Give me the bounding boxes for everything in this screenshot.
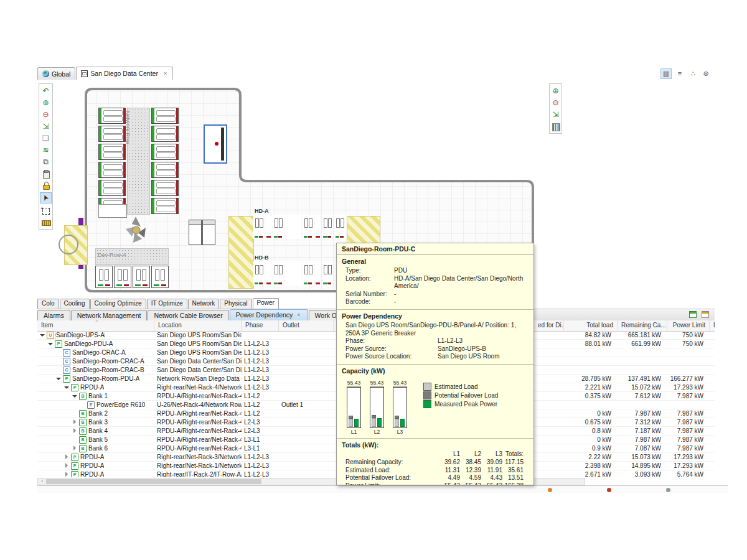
zoom-out-icon[interactable]: ⊖ xyxy=(40,110,51,119)
panel-tab-network-cable-browser[interactable]: Network Cable Browser xyxy=(148,310,228,320)
expander-closed-icon[interactable] xyxy=(72,428,78,434)
floor-rack[interactable] xyxy=(285,215,301,239)
floor-rack[interactable] xyxy=(315,215,321,239)
scrollbar-thumb[interactable] xyxy=(46,479,261,484)
close-icon[interactable]: × xyxy=(162,70,168,77)
scroll-left-icon[interactable]: ‹ xyxy=(39,478,45,485)
floor-rack[interactable] xyxy=(285,261,301,286)
export-view-icon[interactable] xyxy=(701,310,710,319)
pdu-cabinet[interactable] xyxy=(189,220,202,245)
expander-open-icon[interactable] xyxy=(48,341,54,347)
expander-closed-icon[interactable] xyxy=(72,419,78,425)
column-header-outlet[interactable]: Outlet xyxy=(279,320,334,331)
layers-icon[interactable]: ❏ xyxy=(40,133,51,143)
expander-open-icon[interactable] xyxy=(56,376,62,381)
panel-tab-power-dependency[interactable]: Power Dependency× xyxy=(230,309,308,320)
column-header-power-limit[interactable]: Power Limit xyxy=(667,320,710,331)
close-icon[interactable]: × xyxy=(296,311,301,319)
column-header-ed-for-di-[interactable]: ed for Di... xyxy=(534,320,564,331)
zoom-in-icon[interactable]: ⊕ xyxy=(550,86,561,96)
cell-re xyxy=(710,444,715,452)
expander-closed-icon[interactable] xyxy=(64,472,70,477)
floor-rack[interactable] xyxy=(151,108,179,124)
zoom-fit-icon[interactable]: ⇲ xyxy=(40,121,51,131)
floor-rack[interactable] xyxy=(114,266,131,288)
cell-outlet xyxy=(279,383,334,391)
floor-rack[interactable] xyxy=(98,162,126,178)
pdu-cabinet[interactable] xyxy=(202,220,215,245)
ruler-icon[interactable] xyxy=(40,217,51,227)
floor-rack[interactable] xyxy=(151,162,179,178)
floor-rack[interactable] xyxy=(322,215,333,239)
floor-rack[interactable] xyxy=(133,266,150,288)
statue-object[interactable] xyxy=(123,215,148,245)
column-header-location[interactable]: Location xyxy=(154,320,242,331)
tab-san-diego-data-center[interactable]: San Diego Data Center× xyxy=(76,67,173,80)
map-tab-colo[interactable]: Colo xyxy=(37,299,59,309)
paste-icon[interactable] xyxy=(40,169,51,179)
select-region-icon[interactable] xyxy=(40,205,51,215)
floor-rack[interactable] xyxy=(98,126,126,142)
map-tab-power[interactable]: Power xyxy=(253,298,279,309)
table-view-icon[interactable] xyxy=(688,310,697,319)
column-header-remaining-ca-[interactable]: Remaining Ca... xyxy=(618,320,667,331)
zoom-out-icon[interactable]: ⊖ xyxy=(550,98,561,108)
legend-icon[interactable] xyxy=(550,121,561,131)
zoom-fit-icon[interactable]: ⇲ xyxy=(550,110,561,119)
column-header-total-load[interactable]: Total load xyxy=(564,320,618,331)
map-tab-it-optimize[interactable]: IT Optimize xyxy=(147,299,187,309)
column-header-re-[interactable]: Re... xyxy=(710,320,715,331)
panel-tab-alarms[interactable]: Alarms xyxy=(37,310,70,320)
expander-open-icon[interactable] xyxy=(40,332,45,338)
map-tab-cooling[interactable]: Cooling xyxy=(60,299,90,309)
floor-rack[interactable] xyxy=(322,261,333,286)
floor-rack[interactable] xyxy=(273,261,284,286)
perspective-icon[interactable]: ⊛ xyxy=(701,69,711,78)
floor-rack[interactable] xyxy=(266,215,271,239)
zoom-in-icon[interactable]: ⊕ xyxy=(40,98,51,108)
map-tab-cooling-optimize[interactable]: Cooling Optimize xyxy=(90,299,146,309)
floor-rack[interactable] xyxy=(303,215,314,239)
expander-closed-icon[interactable] xyxy=(64,454,70,460)
power-panel[interactable] xyxy=(204,124,227,164)
floor-rack[interactable] xyxy=(315,261,321,286)
menu-icon[interactable]: ≡ xyxy=(675,69,685,78)
view-toggle-icon[interactable]: ▥ xyxy=(660,68,672,79)
undo-icon[interactable]: ↶ xyxy=(40,86,51,96)
hierarchy-icon[interactable]: ∴ xyxy=(688,69,698,78)
airflow-icon[interactable]: ≋ xyxy=(40,145,51,155)
pointer-tool-icon[interactable]: ➤ xyxy=(40,192,52,203)
floor-rack[interactable] xyxy=(334,215,345,239)
floor-rack[interactable] xyxy=(95,266,113,288)
floor-rack[interactable] xyxy=(151,126,179,142)
tab-global[interactable]: Global xyxy=(37,67,75,80)
floor-rack[interactable] xyxy=(98,180,126,196)
sort-icon: ^ xyxy=(96,320,98,324)
map-tab-physical[interactable]: Physical xyxy=(220,299,251,309)
floor-rack[interactable] xyxy=(253,215,265,239)
column-header-phase[interactable]: Phase xyxy=(242,320,279,331)
device-type-icon-B: B xyxy=(79,393,87,400)
floor-rack[interactable] xyxy=(273,215,284,239)
floor-rack[interactable] xyxy=(151,180,179,196)
floor-rack[interactable] xyxy=(303,261,314,286)
expander-open-icon[interactable] xyxy=(72,393,78,399)
floor-rack[interactable] xyxy=(266,261,271,286)
column-header-item[interactable]: Item^ xyxy=(37,320,154,331)
copy-icon[interactable]: ⧉ xyxy=(40,157,51,167)
item-name: RPDU-A xyxy=(80,453,104,461)
expander-open-icon[interactable] xyxy=(64,385,70,390)
expander-closed-icon[interactable] xyxy=(64,463,70,469)
floor-rack[interactable] xyxy=(151,144,179,160)
floor-rack[interactable] xyxy=(253,261,265,286)
capacity-gauge-l2: 55.43L2 xyxy=(369,379,385,435)
expander-closed-icon[interactable] xyxy=(72,446,78,451)
panel-tab-network-management[interactable]: Network Management xyxy=(71,310,148,320)
floor-rack[interactable] xyxy=(151,266,169,288)
cell-measured-for-display xyxy=(534,453,564,461)
floor-rack[interactable] xyxy=(98,144,126,160)
lock-icon[interactable] xyxy=(40,180,51,190)
floor-rack[interactable] xyxy=(151,198,179,214)
map-tab-network[interactable]: Network xyxy=(188,299,220,309)
cell-remaining-capacity: 7.087 kW xyxy=(618,444,667,452)
